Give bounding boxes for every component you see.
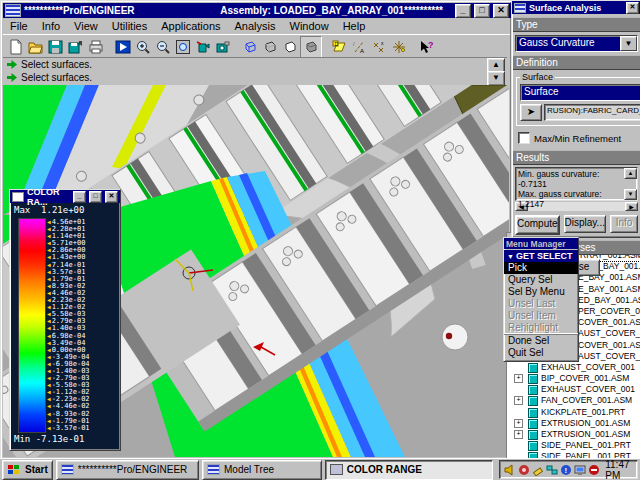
pick-surface-button[interactable]: ➤ xyxy=(520,104,542,121)
taskbar-button-color-range[interactable]: COLOR RANGE xyxy=(325,460,493,480)
tree-item-label[interactable]: FAN_COVER_001.ASM xyxy=(541,395,632,406)
color-range-minimize[interactable]: _ xyxy=(73,191,86,203)
refinement-checkbox[interactable] xyxy=(518,132,530,144)
color-range-title-bar[interactable]: COLOR RA... _ □ ✕ xyxy=(10,190,120,203)
color-range-close[interactable]: ✕ xyxy=(105,191,118,203)
tree-item[interactable]: + BIP_COVER_001.ASM xyxy=(507,373,640,384)
close-button[interactable]: ✕ xyxy=(493,4,509,18)
orient-icon[interactable] xyxy=(193,37,213,57)
tree-item-label[interactable]: AUST_COVER_001 xyxy=(578,351,640,362)
tree-item-label[interactable]: EXTRUSION_001.ASM xyxy=(541,418,630,429)
menu-manager-item[interactable]: Pick xyxy=(504,262,578,274)
tree-item-label[interactable]: AUST_COVER_001 xyxy=(578,328,640,339)
menu-manager-item[interactable]: Done Sel xyxy=(504,334,578,347)
tree-item-label[interactable]: ED_BAY_001.ASM xyxy=(578,295,640,306)
menu-manager-title-bar[interactable]: Menu Manager xyxy=(504,238,578,249)
surface-analysis-close[interactable]: ✕ xyxy=(626,2,639,14)
tree-item-label[interactable]: COVER_001.ASM xyxy=(578,317,640,328)
compute-button[interactable]: Compute xyxy=(515,215,560,235)
monitor-icon[interactable] xyxy=(574,464,586,476)
datum-points-icon[interactable]: x xyxy=(369,37,389,57)
tree-item-label[interactable]: COVER_001.ASM xyxy=(578,340,640,351)
minimize-button[interactable]: _ xyxy=(455,4,471,18)
menu-manager-item[interactable]: Sel By Menu xyxy=(504,286,578,298)
taskbar-button-model-tree[interactable]: Model Tree xyxy=(202,460,322,480)
tree-item[interactable]: EXHAUST_COVER_001 xyxy=(507,384,640,395)
datum-csys-icon[interactable] xyxy=(389,37,409,57)
chevron-down-icon[interactable]: ▼ xyxy=(620,36,637,51)
tree-item-label[interactable]: SIDE_PANEL_001.PRT xyxy=(541,440,631,451)
surface-analysis-title-bar[interactable]: Surface Analysis ✕ xyxy=(512,1,640,14)
start-button[interactable]: Start xyxy=(2,460,53,480)
tree-item-label[interactable]: EXTRUSION_001.ASM xyxy=(541,429,630,440)
taskbar-button-proe[interactable]: **********Pro/ENGINEER xyxy=(56,460,199,480)
volume-icon[interactable] xyxy=(504,464,516,476)
datum-planes-icon[interactable]: D xyxy=(329,37,349,57)
tree-item-label[interactable]: E_BAY_001.ASM xyxy=(578,284,640,295)
info-button[interactable]: Info xyxy=(610,215,638,233)
menu-manager-item[interactable]: Rehighlight xyxy=(504,322,578,334)
menu-item[interactable]: File xyxy=(3,19,35,33)
tree-item[interactable]: + EXTRUSION_001.ASM xyxy=(507,429,640,440)
wireframe-icon[interactable] xyxy=(240,37,260,57)
tree-item-label[interactable]: EXHAUST_COVER_001 xyxy=(541,362,635,373)
no-hidden-icon[interactable] xyxy=(280,37,300,57)
menu-manager-item[interactable]: Query Sel xyxy=(504,274,578,286)
tree-item[interactable]: + FAN_COVER_001.ASM xyxy=(507,395,640,406)
tree-expand-icon[interactable]: + xyxy=(514,419,523,428)
menu-item[interactable]: Help xyxy=(336,19,373,33)
results-scroll-down[interactable]: ▼ xyxy=(624,189,637,200)
clock[interactable]: 11:47 PM xyxy=(602,459,633,480)
refit-icon[interactable] xyxy=(173,37,193,57)
menu-item[interactable]: Applications xyxy=(154,19,227,33)
surface-reference-field[interactable]: RUSION):FABRIC_CARD_001 xyxy=(544,104,640,121)
tree-expand-icon[interactable]: + xyxy=(514,396,523,405)
menu-item[interactable]: Utilities xyxy=(105,19,154,33)
repaint-icon[interactable] xyxy=(113,37,133,57)
results-box[interactable]: Min. gauss curvature: -0.7131 Max. gauss… xyxy=(515,167,638,201)
tree-item[interactable]: SIDE_PANEL_001.PRT xyxy=(507,440,640,451)
message-scroll-down[interactable]: ▼ xyxy=(487,71,505,86)
tree-item[interactable]: KICKPLATE_001.PRT xyxy=(507,407,640,418)
display-icon[interactable] xyxy=(518,464,530,476)
info-icon[interactable]: ! xyxy=(560,464,572,476)
menu-manager-item[interactable]: Quit Sel xyxy=(504,347,578,359)
main-title-bar[interactable]: **********Pro/ENGINEER Assembly: LOADED_… xyxy=(3,3,511,18)
save-icon[interactable] xyxy=(46,37,66,57)
antivirus-icon[interactable] xyxy=(588,464,600,476)
pen-icon[interactable] xyxy=(532,464,544,476)
color-range-maximize[interactable]: □ xyxy=(89,191,102,203)
tree-item-label[interactable]: KICKPLATE_001.PRT xyxy=(541,407,625,418)
network-icon[interactable] xyxy=(546,464,558,476)
context-help-icon[interactable]: ? xyxy=(416,37,436,57)
tree-item-label[interactable]: EXHAUST_COVER_001 xyxy=(541,384,635,395)
get-select-header[interactable]: ▼ GET SELECT xyxy=(504,250,578,262)
display-button[interactable]: Display... xyxy=(564,215,606,233)
menu-manager-item[interactable]: Unsel Item xyxy=(504,310,578,322)
zoom-in-icon[interactable] xyxy=(133,37,153,57)
zoom-out-icon[interactable] xyxy=(153,37,173,57)
surface-combo[interactable]: Surface ▼ xyxy=(520,84,640,101)
results-scroll-up[interactable]: ▲ xyxy=(624,168,637,179)
open-file-icon[interactable] xyxy=(26,37,46,57)
print-icon[interactable] xyxy=(86,37,106,57)
menu-item[interactable]: Window xyxy=(283,19,336,33)
saved-views-icon[interactable] xyxy=(213,37,233,57)
menu-item[interactable]: Info xyxy=(35,19,67,33)
tree-expand-icon[interactable]: + xyxy=(514,374,523,383)
tree-item-label[interactable]: BIP_COVER_001.ASM xyxy=(541,373,629,384)
new-file-icon[interactable] xyxy=(6,37,26,57)
hidden-line-icon[interactable] xyxy=(260,37,280,57)
tree-item[interactable]: EXHAUST_COVER_001 xyxy=(507,362,640,373)
tree-item[interactable]: + EXTRUSION_001.ASM xyxy=(507,418,640,429)
results-scroll-right[interactable]: ▶ xyxy=(625,202,638,211)
type-combo[interactable]: Gauss Curvature ▼ xyxy=(515,35,638,52)
save-a-copy-icon[interactable] xyxy=(66,37,86,57)
tree-item-label[interactable]: PER_COVER_001.A xyxy=(578,306,640,317)
menu-manager-item[interactable]: Unsel Last xyxy=(504,298,578,310)
shaded-icon[interactable] xyxy=(300,36,322,58)
tree-expand-icon[interactable]: + xyxy=(514,430,523,439)
menu-item[interactable]: View xyxy=(67,19,105,33)
datum-axes-icon[interactable]: A/ xyxy=(349,37,369,57)
menu-item[interactable]: Analysis xyxy=(228,19,283,33)
